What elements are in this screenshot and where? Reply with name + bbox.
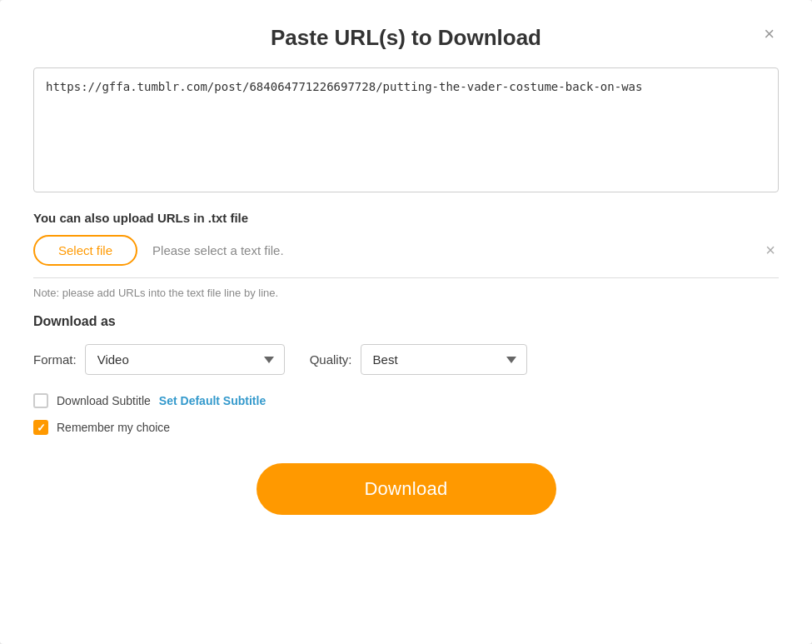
- file-clear-button[interactable]: ×: [762, 241, 779, 260]
- dialog-header: Paste URL(s) to Download ×: [33, 0, 779, 67]
- quality-label: Quality:: [310, 352, 352, 367]
- dialog-title: Paste URL(s) to Download: [271, 25, 541, 51]
- file-placeholder-text: Please select a text file.: [152, 243, 747, 257]
- remember-checkbox[interactable]: [33, 420, 48, 435]
- paste-url-dialog: Paste URL(s) to Download × You can also …: [0, 0, 812, 644]
- note-text: Note: please add URLs into the text file…: [33, 287, 779, 299]
- file-upload-row: Select file Please select a text file. ×: [33, 235, 779, 278]
- format-select[interactable]: Video Audio Image: [85, 344, 285, 375]
- subtitle-checkbox-label: Download Subtitle: [57, 394, 151, 407]
- file-upload-section-label: You can also upload URLs in .txt file: [33, 211, 779, 225]
- quality-group: Quality: Best High Medium Low: [310, 344, 527, 375]
- subtitle-checkbox[interactable]: [33, 393, 48, 408]
- download-btn-container: Download: [33, 463, 779, 515]
- remember-checkbox-label: Remember my choice: [57, 421, 170, 434]
- remember-row: Remember my choice: [33, 420, 779, 435]
- subtitle-row: Download Subtitle Set Default Subtitle: [33, 393, 779, 408]
- format-label: Format:: [33, 352, 77, 367]
- select-file-button[interactable]: Select file: [33, 235, 137, 266]
- download-as-label: Download as: [33, 314, 779, 329]
- quality-select[interactable]: Best High Medium Low: [361, 344, 527, 375]
- set-default-subtitle-link[interactable]: Set Default Subtitle: [159, 394, 266, 407]
- format-quality-row: Format: Video Audio Image Quality: Best …: [33, 344, 779, 375]
- download-button[interactable]: Download: [257, 463, 556, 515]
- url-textarea[interactable]: [33, 67, 779, 192]
- close-button[interactable]: ×: [760, 21, 779, 47]
- format-group: Format: Video Audio Image: [33, 344, 285, 375]
